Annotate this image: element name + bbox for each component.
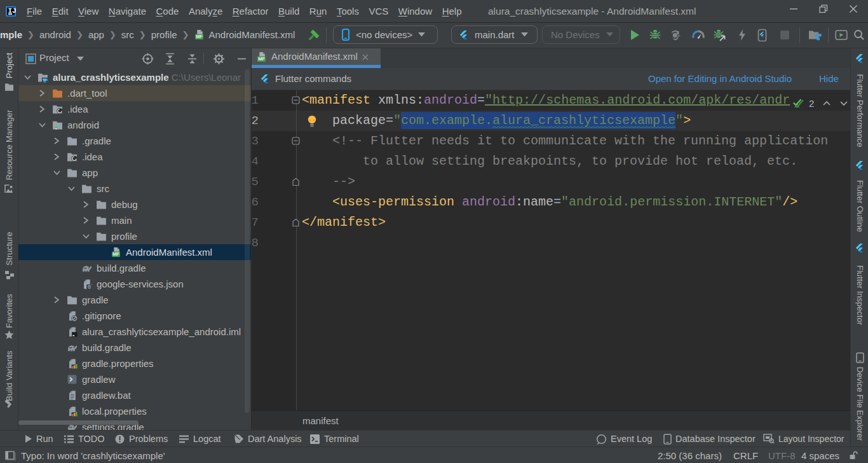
svg-text:MF: MF	[258, 56, 265, 62]
svg-text:{0}: {0}	[84, 284, 92, 289]
svg-text:MF: MF	[196, 34, 203, 39]
svg-text:MF: MF	[112, 251, 119, 257]
